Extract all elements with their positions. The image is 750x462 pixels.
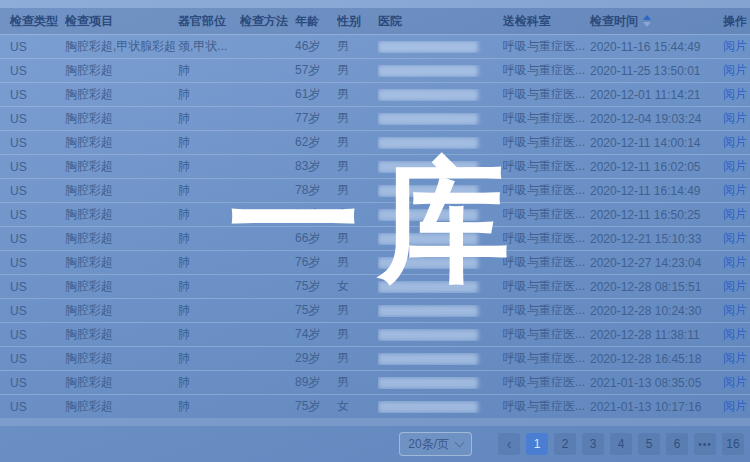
page-button-16[interactable]: 16 (722, 433, 744, 455)
cell-exam_type: US (0, 376, 65, 390)
cell-exam_item: 胸腔彩超 (65, 302, 178, 319)
column-header-gender: 性别 (337, 13, 378, 30)
column-header-action: 操作 (723, 13, 750, 30)
view-images-link[interactable]: 阅片 (723, 110, 747, 127)
cell-exam_item: 胸腔彩超 (65, 230, 178, 247)
cell-exam_time: 2020-12-11 16:02:05 (590, 160, 723, 174)
view-images-link[interactable]: 阅片 (723, 278, 747, 295)
cell-department: 呼吸与重症医... (503, 254, 590, 271)
cell-age: 78岁 (295, 182, 337, 199)
sort-caret-up-icon[interactable] (643, 15, 651, 20)
sort-caret-down-icon[interactable] (643, 22, 651, 27)
cell-age: 61岁 (295, 86, 337, 103)
cell-organ: 肺 (178, 230, 240, 247)
page-button-3[interactable]: 3 (582, 433, 604, 455)
cell-gender: 男 (337, 158, 378, 175)
cell-hospital (378, 41, 503, 53)
view-images-link[interactable]: 阅片 (723, 158, 747, 175)
view-images-link[interactable]: 阅片 (723, 398, 747, 415)
view-images-link[interactable]: 阅片 (723, 134, 747, 151)
column-header-organ: 器官部位 (178, 13, 240, 30)
page-button-2[interactable]: 2 (554, 433, 576, 455)
view-images-link[interactable]: 阅片 (723, 302, 747, 319)
cell-organ: 肺 (178, 278, 240, 295)
cell-gender: 男 (337, 110, 378, 127)
page-button-6[interactable]: 6 (666, 433, 688, 455)
cell-organ: 肺 (178, 158, 240, 175)
view-images-link[interactable]: 阅片 (723, 374, 747, 391)
view-images-link[interactable]: 阅片 (723, 38, 747, 55)
cell-exam_item: 胸腔彩超 (65, 134, 178, 151)
cell-hospital (378, 377, 503, 389)
cell-age: 75岁 (295, 302, 337, 319)
pager-ellipsis[interactable]: ••• (694, 433, 716, 455)
redacted-hospital-name (378, 281, 478, 293)
table-row: US胸腔彩超肺66岁男呼吸与重症医...2020-12-21 15:10:33阅… (0, 226, 750, 250)
cell-exam_item: 胸腔彩超 (65, 398, 178, 415)
redacted-hospital-name (378, 305, 478, 317)
cell-exam_time: 2020-12-11 16:50:25 (590, 208, 723, 222)
cell-organ: 肺 (178, 134, 240, 151)
table-row: US胸腔彩超肺75岁女呼吸与重症医...2021-01-13 10:17:16阅… (0, 394, 750, 418)
cell-exam_item: 胸腔彩超 (65, 158, 178, 175)
column-header-label: 医院 (378, 13, 402, 30)
cell-department: 呼吸与重症医... (503, 350, 590, 367)
cell-exam_time: 2020-12-27 14:23:04 (590, 256, 723, 270)
cell-organ: 肺 (178, 86, 240, 103)
cell-hospital (378, 329, 503, 341)
column-header-label: 检查项目 (65, 13, 113, 30)
page-button-1[interactable]: 1 (526, 433, 548, 455)
cell-exam_time: 2020-12-11 14:00:14 (590, 136, 723, 150)
table-row: US胸腔彩超肺75岁男呼吸与重症医...2020-12-28 10:24:30阅… (0, 298, 750, 322)
view-images-link[interactable]: 阅片 (723, 230, 747, 247)
table-row: US胸腔彩超肺29岁男呼吸与重症医...2020-12-28 16:45:18阅… (0, 346, 750, 370)
cell-gender: 男 (337, 326, 378, 343)
cell-department: 呼吸与重症医... (503, 278, 590, 295)
redacted-hospital-name (378, 41, 478, 53)
view-images-link[interactable]: 阅片 (723, 62, 747, 79)
cell-department: 呼吸与重症医... (503, 374, 590, 391)
cell-age: 77岁 (295, 110, 337, 127)
view-images-link[interactable]: 阅片 (723, 182, 747, 199)
redacted-hospital-name (378, 257, 478, 269)
cell-exam_time: 2020-12-28 16:45:18 (590, 352, 723, 366)
view-images-link[interactable]: 阅片 (723, 350, 747, 367)
page-button-4[interactable]: 4 (610, 433, 632, 455)
column-header-method: 检查方法 (240, 13, 295, 30)
column-header-exam_item: 检查项目 (65, 13, 178, 30)
cell-age: 83岁 (295, 158, 337, 175)
view-images-link[interactable]: 阅片 (723, 206, 747, 223)
cell-exam_item: 胸腔彩超 (65, 326, 178, 343)
cell-action: 阅片 (723, 326, 750, 343)
cell-exam_item: 胸腔彩超 (65, 350, 178, 367)
cell-gender: 女 (337, 398, 378, 415)
cell-exam_type: US (0, 64, 65, 78)
cell-organ: 肺 (178, 326, 240, 343)
cell-age: 76岁 (295, 206, 337, 223)
cell-hospital (378, 209, 503, 221)
cell-exam_item: 胸腔彩超 (65, 278, 178, 295)
cell-department: 呼吸与重症医... (503, 158, 590, 175)
page-button-5[interactable]: 5 (638, 433, 660, 455)
page-size-select[interactable]: 20条/页 (399, 432, 472, 456)
redacted-hospital-name (378, 401, 478, 413)
view-images-link[interactable]: 阅片 (723, 86, 747, 103)
cell-exam_type: US (0, 280, 65, 294)
cell-exam_time: 2020-12-28 11:38:11 (590, 328, 723, 342)
prev-page-button[interactable]: ‹ (498, 433, 520, 455)
redacted-hospital-name (378, 209, 478, 221)
cell-department: 呼吸与重症医... (503, 302, 590, 319)
cell-action: 阅片 (723, 206, 750, 223)
redacted-hospital-name (378, 113, 478, 125)
view-images-link[interactable]: 阅片 (723, 254, 747, 271)
column-header-label: 检查类型 (10, 13, 58, 30)
cell-age: 29岁 (295, 350, 337, 367)
cell-hospital (378, 161, 503, 173)
view-images-link[interactable]: 阅片 (723, 326, 747, 343)
cell-exam_time: 2021-01-13 08:35:05 (590, 376, 723, 390)
sort-icons[interactable] (643, 15, 651, 27)
column-header-label: 年龄 (295, 13, 319, 30)
cell-exam_time: 2020-12-11 16:14:49 (590, 184, 723, 198)
column-header-exam_time[interactable]: 检查时间 (590, 13, 723, 30)
cell-hospital (378, 185, 503, 197)
